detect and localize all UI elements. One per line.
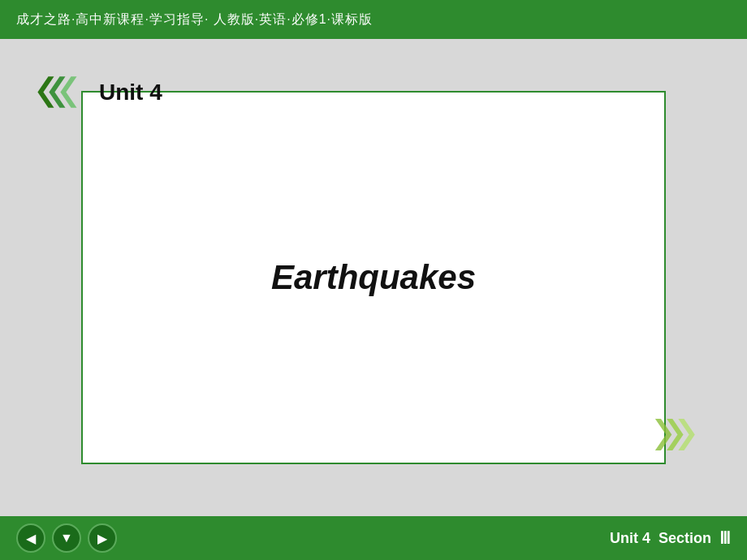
main-content: Unit 4 Earthquakes: [0, 39, 747, 516]
footer-bar: ◀ ▼ ▶ Unit 4 Section Ⅲ: [0, 516, 747, 560]
chevrons-right: [648, 411, 713, 459]
right-chevrons-icon: [648, 411, 713, 459]
main-title-area: Earthquakes: [83, 93, 664, 463]
footer-unit-label: Unit 4: [610, 530, 650, 547]
earthquakes-title: Earthquakes: [271, 258, 476, 297]
nav-down-button[interactable]: ▼: [52, 523, 81, 553]
nav-down-icon: ▼: [60, 531, 73, 545]
nav-next-button[interactable]: ▶: [88, 523, 117, 553]
nav-prev-button[interactable]: ◀: [16, 523, 45, 553]
left-chevrons-icon: [34, 68, 91, 117]
slide-container: 成才之路·高中新课程·学习指导· 人教版·英语·必修1·课标版 Unit 4: [0, 0, 747, 560]
nav-next-icon: ▶: [97, 531, 107, 546]
nav-buttons: ◀ ▼ ▶: [16, 523, 117, 553]
footer-section-number: Ⅲ: [719, 528, 731, 548]
footer-right: Unit 4 Section Ⅲ: [610, 528, 731, 548]
nav-prev-icon: ◀: [26, 531, 36, 546]
slide-box: Unit 4 Earthquakes: [81, 91, 666, 464]
footer-section-label: Section: [658, 530, 711, 547]
header-text: 成才之路·高中新课程·学习指导· 人教版·英语·必修1·课标版: [16, 11, 373, 28]
unit-title: Unit 4: [99, 80, 162, 106]
header-bar: 成才之路·高中新课程·学习指导· 人教版·英语·必修1·课标版: [0, 0, 747, 39]
unit-label-area: Unit 4: [34, 68, 162, 117]
